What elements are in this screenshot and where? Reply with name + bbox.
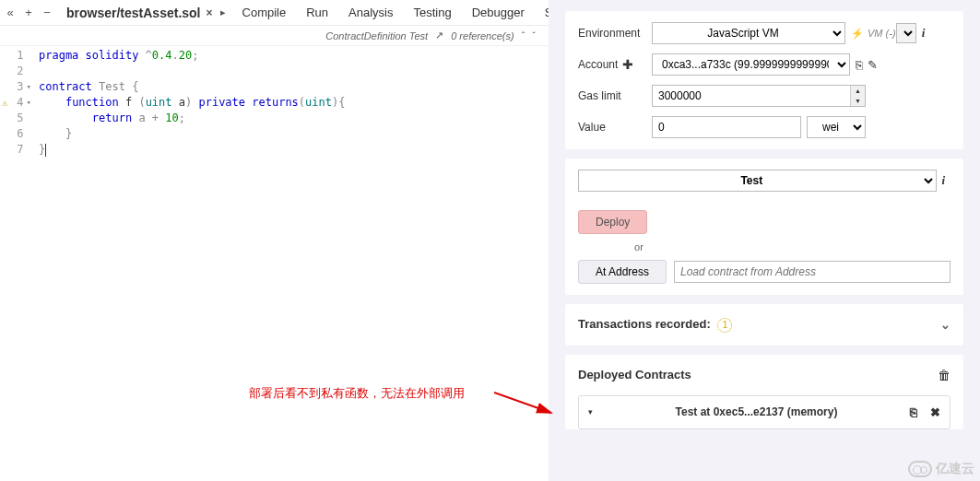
- deployed-box: Deployed Contracts 🗑 ▾ Test at 0xec5...e…: [565, 355, 963, 429]
- at-address-button[interactable]: At Address: [578, 260, 667, 284]
- info-icon[interactable]: i: [937, 173, 950, 188]
- tab-debugger[interactable]: Debugger: [468, 0, 528, 25]
- environment-select[interactable]: JavaScript VM: [652, 22, 845, 44]
- deployed-label: Deployed Contracts: [578, 368, 691, 381]
- edit-icon[interactable]: ✎: [868, 58, 878, 72]
- tab-run[interactable]: Run: [302, 0, 332, 25]
- line-gutter: 1 2 3▾⚠4▾5 6 7: [0, 48, 39, 158]
- value-label: Value: [578, 121, 652, 134]
- chevron-left-icon[interactable]: «: [4, 6, 17, 19]
- tab-compile[interactable]: Compile: [239, 0, 290, 25]
- chevron-right-icon[interactable]: ▸: [220, 6, 226, 18]
- gas-spinner[interactable]: ▲▼: [850, 86, 865, 106]
- env-label: Environment: [578, 27, 652, 40]
- add-account-icon[interactable]: ✚: [622, 57, 633, 72]
- vm-hint: VM (-): [868, 28, 896, 39]
- annotation-arrow: [494, 380, 559, 422]
- svg-line-0: [494, 393, 551, 413]
- close-icon[interactable]: ×: [207, 6, 213, 19]
- tx-label: Transactions recorded:: [578, 317, 711, 331]
- close-icon[interactable]: ✖: [930, 405, 940, 419]
- value-input[interactable]: [652, 116, 801, 138]
- deployed-contract-item: ▾ Test at 0xec5...e2137 (memory) ⎘ ✖: [578, 395, 950, 429]
- file-tab[interactable]: browser/testAsset.sol ×: [59, 2, 220, 24]
- account-label: Account: [578, 58, 618, 71]
- deployed-contract-name: Test at 0xec5...e2137 (memory): [603, 405, 910, 418]
- references-count: 0 reference(s): [451, 30, 514, 41]
- breadcrumb: ContractDefinition Test: [325, 30, 428, 41]
- copy-icon[interactable]: ⎘: [910, 405, 917, 419]
- file-tab-title: browser/testAsset.sol: [66, 6, 201, 20]
- gas-label: Gas limit: [578, 89, 652, 102]
- tx-count-badge: 1: [717, 318, 732, 333]
- env-box: Environment JavaScript VM ⚡ VM (-) i Acc…: [565, 11, 963, 149]
- at-address-input[interactable]: [674, 261, 950, 283]
- deploy-box: Test i Deploy or At Address: [565, 158, 963, 295]
- minus-icon[interactable]: −: [41, 6, 53, 19]
- expand-icon[interactable]: ▾: [588, 407, 603, 416]
- tab-analysis[interactable]: Analysis: [345, 0, 396, 25]
- contract-select[interactable]: Test: [578, 170, 937, 192]
- run-panel: Environment JavaScript VM ⚡ VM (-) i Acc…: [549, 0, 980, 481]
- deploy-button[interactable]: Deploy: [578, 210, 647, 234]
- code-content[interactable]: pragma solidity ^0.4.20;contract Test { …: [39, 48, 549, 158]
- tab-testing[interactable]: Testing: [409, 0, 455, 25]
- watermark: 亿速云: [908, 461, 974, 477]
- watermark-logo-icon: [908, 461, 932, 477]
- chevron-down-icon[interactable]: ˇ: [532, 30, 536, 41]
- annotation-text: 部署后看不到私有函数，无法在外部调用: [249, 385, 465, 402]
- vm-mini-select[interactable]: [896, 23, 916, 43]
- chevron-down-icon[interactable]: ⌄: [940, 318, 950, 332]
- copy-icon[interactable]: ⎘: [856, 58, 863, 72]
- unit-select[interactable]: wei: [807, 116, 866, 138]
- trash-icon[interactable]: 🗑: [938, 368, 950, 382]
- chevron-up-icon[interactable]: ˆ: [522, 30, 525, 41]
- editor-area: ContractDefinition Test ↗ 0 reference(s)…: [0, 26, 549, 481]
- code-editor[interactable]: 1 2 3▾⚠4▾5 6 7 pragma solidity ^0.4.20;c…: [0, 46, 549, 158]
- or-label: or: [611, 241, 667, 252]
- plug-icon: ⚡: [851, 28, 864, 40]
- info-icon[interactable]: i: [916, 26, 931, 41]
- plus-icon[interactable]: +: [22, 6, 35, 19]
- account-select[interactable]: 0xca3...a733c (99.9999999999990: [652, 53, 850, 76]
- transactions-box[interactable]: Transactions recorded: 1 ⌄: [565, 304, 963, 346]
- gas-limit-input[interactable]: [652, 85, 866, 107]
- share-icon[interactable]: ↗: [435, 29, 443, 41]
- context-bar: ContractDefinition Test ↗ 0 reference(s)…: [0, 26, 549, 46]
